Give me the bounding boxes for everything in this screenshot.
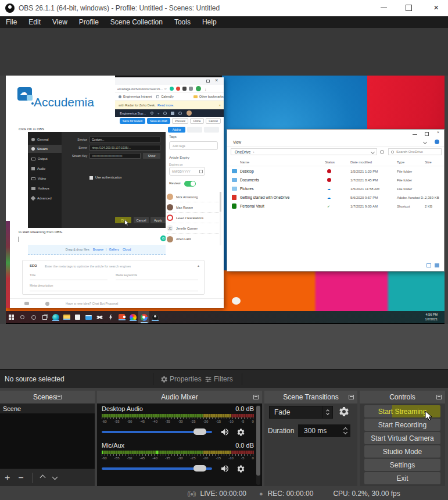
menu-view[interactable]: View <box>46 18 73 26</box>
menu-profile[interactable]: Profile <box>73 18 105 26</box>
show-key-button: Show <box>143 153 160 159</box>
start-virtual-camera-button[interactable]: Start Virtual Camera <box>364 432 440 444</box>
speaker-icon[interactable] <box>220 427 230 437</box>
seo-collapse-icon: ▴ <box>198 263 199 267</box>
menu-file[interactable]: File <box>0 18 23 26</box>
auth-checkbox <box>89 176 93 180</box>
studio-mode-button[interactable]: Studio Mode <box>364 445 440 458</box>
embedded-cursor-icon <box>124 219 130 226</box>
nav-apps-icon <box>178 112 182 115</box>
channel-name: Desktop Audio <box>102 405 143 412</box>
popout-icon[interactable] <box>56 395 62 399</box>
scenes-list[interactable]: Scene <box>0 403 95 469</box>
channel-gear-icon[interactable] <box>236 465 245 473</box>
mic-level-indicator <box>156 451 158 454</box>
volume-slider-handle[interactable] <box>193 428 206 435</box>
expires-on-label: Expires on <box>169 163 183 166</box>
tab-add-to: Add to <box>168 127 185 133</box>
col-name: Name <box>240 160 249 164</box>
scene-item[interactable]: Scene <box>0 403 95 413</box>
status-bar: ((●)) LIVE: 00:00:00 ● REC: 00:00:00 CPU… <box>139 487 448 500</box>
transitions-dock: Scene Transitions Fade Duration 300 ms <box>264 391 357 486</box>
mixer-scrollbar[interactable] <box>256 405 260 485</box>
menu-tools[interactable]: Tools <box>169 18 196 26</box>
bookmark-dot2-icon <box>156 95 159 98</box>
nav-clock-icon <box>163 112 167 115</box>
tray-date: 1/7/2021 <box>425 317 438 321</box>
popout-icon[interactable] <box>436 395 442 399</box>
menu-scene-collection[interactable]: Scene Collection <box>105 18 169 26</box>
scenes-dock-header[interactable]: Scenes <box>0 391 95 403</box>
review-label: Review <box>169 181 181 185</box>
cancel-button: Cancel <box>206 118 221 124</box>
wallpaper-left-sliver <box>6 221 10 308</box>
menu-help[interactable]: Help <box>196 18 223 26</box>
desktop-taskbar: 4:56 PM 1/7/2021 <box>6 311 445 323</box>
transition-select[interactable]: Fade <box>269 406 333 419</box>
volume-slider[interactable] <box>102 467 212 470</box>
general-icon <box>31 138 35 141</box>
help-icon <box>435 140 439 144</box>
footer-people-icon <box>45 302 49 306</box>
popout-icon[interactable] <box>253 395 259 399</box>
scenes-toolbar: + − <box>0 469 95 486</box>
properties-button[interactable]: Properties <box>160 373 202 385</box>
add-scene-button[interactable]: + <box>5 473 10 483</box>
start-icon <box>6 315 17 320</box>
remove-scene-button[interactable]: − <box>18 473 23 483</box>
breadcrumb: OneDrive <box>235 150 250 154</box>
toolbar-separator <box>242 373 242 385</box>
mixer-dock-header[interactable]: Audio Mixer <box>97 391 262 403</box>
folder-icon <box>232 187 237 191</box>
file-row: Personal Vault ✓ 1/7/2021 9:00 AM Shortc… <box>227 202 444 210</box>
settings-button[interactable]: Settings <box>364 459 440 471</box>
audio-icon <box>31 167 35 170</box>
explorer-view-menu: View <box>233 140 241 144</box>
editor-footer: Have a new idea? Chat Bot Proposal <box>6 298 224 308</box>
select-spinner[interactable] <box>322 406 332 418</box>
folder-icon <box>232 178 237 182</box>
browser-restore-icon <box>206 80 210 83</box>
window-title: OBS 26.1.1 (64-bit, windows) - Profile: … <box>19 4 344 12</box>
upload-sep: | <box>106 248 106 251</box>
rec-time: REC: 00:00:00 <box>268 490 314 498</box>
channel-name: Mic/Aux <box>102 442 124 449</box>
duration-spinner[interactable] <box>341 424 349 437</box>
menu-edit[interactable]: Edit <box>23 18 46 26</box>
exit-button[interactable]: Exit <box>364 472 440 484</box>
explorer-close-icon: × <box>437 130 439 134</box>
preview-canvas[interactable]: × emallaga.do/Solutions/new/16... ☆ ⋮ En… <box>6 76 445 324</box>
minimize-button[interactable] <box>381 8 387 8</box>
filters-button[interactable]: Filters <box>205 373 233 385</box>
move-scene-up-button[interactable] <box>40 475 45 481</box>
close-button[interactable]: × <box>433 2 439 12</box>
transitions-dock-header[interactable]: Scene Transitions <box>264 391 357 403</box>
mixer-channel-mic: Mic/Aux0.0 dB -60-55-50-45-40-35-30-25-2… <box>102 442 254 477</box>
cloud-status-icon: ☁ <box>327 187 331 191</box>
expiry-date-input: MM/DD/YYYY <box>169 167 205 176</box>
duration-input[interactable]: 300 ms <box>298 424 350 437</box>
seo-keywords-underline <box>116 280 198 280</box>
maximize-button[interactable] <box>406 5 412 11</box>
channel-gear-icon[interactable] <box>236 428 245 437</box>
pdf-icon <box>232 195 236 200</box>
speaker-icon[interactable] <box>220 464 230 473</box>
meter-tick-labels: -60-55-50-45-40-35-30-25-20-15-10-50 <box>102 420 254 423</box>
controls-dock-header[interactable]: Controls <box>360 391 445 403</box>
view-list-icon <box>427 263 431 267</box>
move-scene-down-button[interactable] <box>52 474 58 480</box>
transition-gear-icon[interactable] <box>338 406 350 417</box>
source-toolbar: No source selected Properties Filters <box>0 369 448 388</box>
notice-close-icon: × <box>218 103 221 107</box>
preview-bottom-edge <box>6 323 445 324</box>
volume-slider-handle[interactable] <box>193 465 206 472</box>
footer-text: Have a new idea? Chat Bot Proposal <box>66 302 118 305</box>
server-label: Server <box>65 146 87 149</box>
ext-grammarly-icon <box>170 87 174 91</box>
seo-title-underline <box>30 280 107 280</box>
profile-avatar <box>196 86 201 91</box>
sidebar-scrollbar <box>220 192 221 245</box>
popout-icon[interactable] <box>349 395 354 399</box>
notice-text: with Radar for Zoho Desk. <box>119 103 156 107</box>
volume-slider[interactable] <box>102 431 212 433</box>
